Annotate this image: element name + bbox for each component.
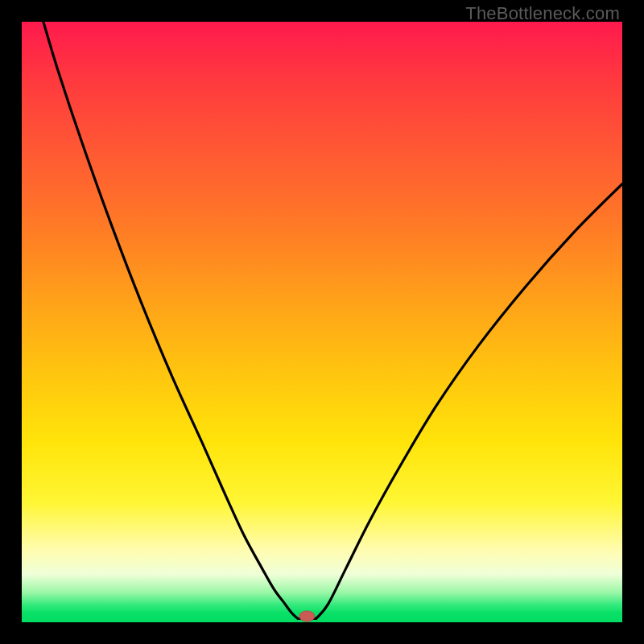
curve-right: [316, 184, 622, 618]
plot-area: [22, 22, 622, 622]
curve-left: [43, 22, 298, 619]
chart-frame: TheBottleneck.com: [0, 0, 644, 644]
curve-svg: [22, 22, 622, 622]
minimum-marker: [299, 611, 315, 621]
